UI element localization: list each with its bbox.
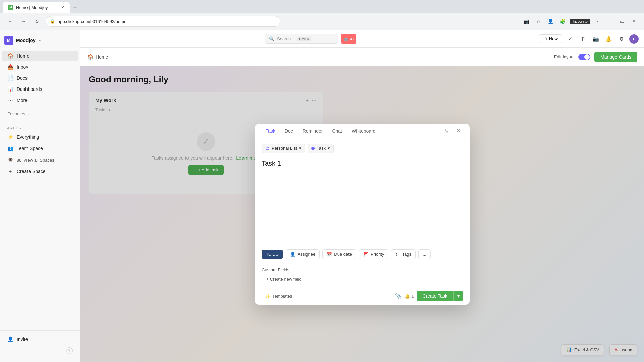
create-task-dropdown-button[interactable]: ▾ (453, 291, 463, 301)
sidebar-item-team-space[interactable]: 👥 Team Space (2, 143, 78, 154)
templates-button[interactable]: ✨ Templates (262, 292, 296, 301)
modal-collapse-icon[interactable]: ⤡ (441, 126, 451, 136)
priority-chip[interactable]: 🚩 Priority (359, 249, 388, 259)
reload-button[interactable]: ↻ (32, 17, 42, 26)
topbar: 🏠 Home Edit layout: Manage Cards (80, 48, 644, 66)
sidebar-item-view-all-spaces[interactable]: 👁️ 88 View all Spaces (2, 155, 78, 165)
sidebar-nav: 🏠 Home 📥 Inbox 📄 Docs 📊 Dashboards ⋯ Mor… (0, 48, 80, 109)
back-button[interactable]: ← (5, 17, 15, 26)
task-type-dot (311, 147, 315, 150)
extensions-icon[interactable]: 🧩 (558, 17, 567, 26)
list-selector-icon: 🗂 (265, 146, 270, 151)
inbox-icon: 📥 (7, 64, 13, 70)
star-icon[interactable]: ☆ (534, 17, 543, 26)
everything-label: Everything (17, 134, 39, 140)
docs-icon: 📄 (7, 75, 13, 81)
sidebar-more-label: More (17, 98, 28, 103)
templates-icon: ✨ (265, 294, 270, 299)
favorites-label: Favorites (7, 111, 25, 116)
list-selector-button[interactable]: 🗂 Personal List ▾ (262, 144, 305, 153)
task-name-input[interactable] (262, 158, 463, 169)
task-description-input[interactable] (262, 171, 463, 238)
address-bar[interactable]: 🔒 app.clickup.com/9016164592/home (46, 16, 280, 27)
bell-icon[interactable]: 🔔 (604, 34, 613, 44)
manage-cards-button[interactable]: Manage Cards (594, 52, 637, 62)
assignee-chip[interactable]: 👤 Assignee (286, 249, 320, 259)
sidebar-item-home[interactable]: 🏠 Home (2, 51, 78, 61)
invite-label: Invite (17, 337, 28, 342)
browser-tab-active[interactable]: M Home | Moodjoy ✕ (3, 2, 70, 13)
forward-button[interactable]: → (19, 17, 28, 26)
custom-fields-title: Custom Fields (262, 267, 463, 273)
create-space-icon: + (7, 168, 13, 174)
modal-tabs-bar: Task Doc Reminder Chat Whiteboard ⤡ ✕ (255, 124, 470, 138)
sidebar: M Moodjoy ▾ 🏠 Home 📥 Inbox 📄 Docs 📊 Dash… (0, 30, 80, 362)
minimize-icon[interactable]: — (605, 17, 614, 26)
workspace-name: Moodjoy (16, 38, 36, 43)
sidebar-dashboards-label: Dashboards (17, 86, 42, 92)
grid-icon[interactable]: ⚙ (616, 34, 626, 44)
favorites-section[interactable]: Favorites › (2, 109, 78, 119)
sidebar-item-everything[interactable]: ⚡ Everything (2, 132, 78, 142)
tab-favicon: M (8, 5, 13, 10)
profile-icon[interactable]: 👤 (546, 17, 555, 26)
create-task-group: Create Task ▾ (417, 291, 463, 301)
tags-chip[interactable]: 🏷 Tags (391, 249, 415, 259)
modal-tab-task[interactable]: Task (262, 124, 279, 138)
view-all-icon: 👁️ (7, 157, 13, 163)
modal-overlay: Task Doc Reminder Chat Whiteboard ⤡ ✕ (80, 66, 644, 362)
trash-icon[interactable]: 🗑 (578, 34, 588, 44)
search-shortcut: Ctrl+K (297, 37, 311, 41)
new-button[interactable]: ⊕ New (539, 34, 562, 43)
ai-button[interactable]: 🤖 AI (341, 34, 356, 44)
task-type-selector-button[interactable]: Task ▾ (308, 144, 334, 153)
task-type-chevron-icon: ▾ (328, 146, 330, 151)
modal-close-button[interactable]: ✕ (453, 126, 463, 136)
task-type-label: Task (317, 146, 326, 151)
sidebar-item-invite[interactable]: 👤 Invite (2, 334, 78, 345)
tab-close-icon[interactable]: ✕ (61, 5, 64, 10)
modal-list-selector-row: 🗂 Personal List ▾ Task ▾ (262, 144, 463, 153)
incognito-badge: Incognito (570, 19, 590, 24)
no-camera-icon: 📷 (522, 17, 531, 26)
tags-icon: 🏷 (395, 252, 400, 257)
layout-toggle[interactable] (578, 54, 590, 60)
url-text: app.clickup.com/9016164592/home (58, 19, 126, 24)
sidebar-item-inbox[interactable]: 📥 Inbox (2, 62, 78, 72)
sidebar-item-dashboards[interactable]: 📊 Dashboards (2, 84, 78, 95)
camera-icon[interactable]: 📷 (591, 34, 600, 44)
modal-tab-doc[interactable]: Doc (281, 124, 297, 138)
spaces-label: Spaces (0, 123, 80, 131)
sidebar-item-create-space[interactable]: + Create Space (2, 166, 78, 176)
create-task-button[interactable]: Create Task (417, 291, 453, 301)
modal-tab-chat[interactable]: Chat (328, 124, 346, 138)
menu-icon[interactable]: ⋮ (593, 17, 602, 26)
add-custom-field-button[interactable]: + + Create new field (262, 275, 463, 283)
modal-tab-whiteboard[interactable]: Whiteboard (347, 124, 380, 138)
user-avatar[interactable]: L (629, 34, 639, 44)
new-tab-button[interactable]: + (70, 2, 80, 13)
sidebar-item-help[interactable]: ? (2, 345, 78, 356)
workspace-header[interactable]: M Moodjoy ▾ (0, 33, 80, 48)
modal-tab-reminder[interactable]: Reminder (299, 124, 327, 138)
sidebar-item-more[interactable]: ⋯ More (2, 95, 78, 106)
team-space-label: Team Space (17, 146, 43, 151)
more-icon: ⋯ (7, 97, 13, 103)
status-chip[interactable]: TO DO (262, 250, 283, 259)
bell-reminder-icon: 🔔 (405, 294, 410, 299)
due-date-chip[interactable]: 📅 Due date (322, 249, 356, 259)
breadcrumb-home-label: Home (96, 54, 108, 60)
close-icon[interactable]: ✕ (629, 17, 639, 26)
reminder-button[interactable]: 🔔 1 (405, 294, 414, 299)
reminder-count: 1 (411, 294, 414, 299)
everything-icon: ⚡ (7, 134, 13, 140)
restore-icon[interactable]: ▭ (617, 17, 627, 26)
more-chip[interactable]: ... (418, 249, 431, 259)
attachment-button[interactable]: 📎 (395, 293, 402, 299)
dashboards-icon: 📊 (7, 86, 13, 92)
browser-chrome: M Home | Moodjoy ✕ + ← → ↻ 🔒 app.clickup… (0, 0, 644, 30)
check-icon[interactable]: ✓ (566, 34, 575, 44)
search-bar[interactable]: 🔍 Search... Ctrl+K (265, 34, 338, 44)
sidebar-item-docs[interactable]: 📄 Docs (2, 73, 78, 83)
search-icon: 🔍 (269, 36, 274, 41)
